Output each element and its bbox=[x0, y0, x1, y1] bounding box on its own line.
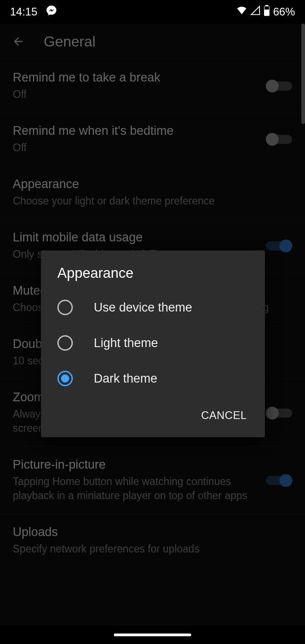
status-time: 14:15 bbox=[10, 5, 37, 18]
settings-row[interactable]: UploadsSpecify network preferences for u… bbox=[0, 514, 305, 567]
scrollbar[interactable] bbox=[301, 24, 305, 124]
theme-option-label: Dark theme bbox=[94, 372, 158, 386]
page-title: General bbox=[44, 33, 96, 50]
back-arrow-icon[interactable] bbox=[12, 35, 25, 48]
toggle-switch[interactable] bbox=[266, 406, 292, 420]
svg-rect-1 bbox=[265, 5, 268, 6]
setting-title: Remind me to take a break bbox=[13, 71, 258, 85]
app-bar: General bbox=[0, 24, 305, 59]
theme-option-label: Use device theme bbox=[94, 301, 192, 315]
dialog-title: Appearance bbox=[41, 265, 265, 290]
navigation-bar bbox=[0, 626, 305, 644]
wifi-icon bbox=[236, 5, 248, 18]
theme-option[interactable]: Light theme bbox=[41, 325, 265, 361]
radio-icon bbox=[57, 335, 73, 351]
toggle-switch[interactable] bbox=[266, 474, 292, 487]
radio-icon bbox=[57, 371, 73, 386]
battery-icon bbox=[263, 5, 270, 19]
settings-row[interactable]: AppearanceChoose your light or dark them… bbox=[0, 166, 305, 219]
theme-option-label: Light theme bbox=[94, 336, 158, 350]
svg-rect-2 bbox=[264, 6, 269, 10]
setting-subtitle: Choose your light or dark theme preferen… bbox=[13, 194, 292, 208]
setting-title: Uploads bbox=[13, 525, 292, 539]
setting-title: Appearance bbox=[13, 177, 292, 191]
home-gesture-pill[interactable] bbox=[114, 634, 191, 636]
theme-option[interactable]: Dark theme bbox=[41, 361, 265, 396]
setting-subtitle: Tapping Home button while watching conti… bbox=[13, 475, 258, 503]
cancel-button[interactable]: CANCEL bbox=[196, 404, 252, 426]
status-bar: 14:15 66% bbox=[0, 0, 305, 24]
settings-row[interactable]: Remind me when it's bedtimeOff bbox=[0, 112, 305, 166]
toggle-switch[interactable] bbox=[266, 239, 292, 253]
toggle-switch[interactable] bbox=[266, 79, 292, 93]
setting-subtitle: Specify network preferences for uploads bbox=[13, 542, 292, 556]
theme-option[interactable]: Use device theme bbox=[41, 290, 265, 325]
messenger-icon bbox=[46, 5, 57, 19]
signal-icon bbox=[250, 5, 260, 18]
battery-percent: 66% bbox=[273, 5, 295, 18]
settings-row[interactable]: Remind me to take a breakOff bbox=[0, 59, 305, 112]
setting-title: Limit mobile data usage bbox=[13, 230, 258, 245]
setting-subtitle: Off bbox=[13, 141, 258, 155]
setting-title: Picture-in-picture bbox=[13, 458, 258, 472]
settings-row[interactable]: Picture-in-pictureTapping Home button wh… bbox=[0, 446, 305, 514]
setting-subtitle: Off bbox=[13, 87, 258, 102]
toggle-switch[interactable] bbox=[266, 133, 292, 146]
setting-title: Remind me when it's bedtime bbox=[13, 124, 258, 138]
radio-icon bbox=[57, 300, 73, 315]
appearance-dialog: Appearance Use device themeLight themeDa… bbox=[41, 250, 265, 437]
